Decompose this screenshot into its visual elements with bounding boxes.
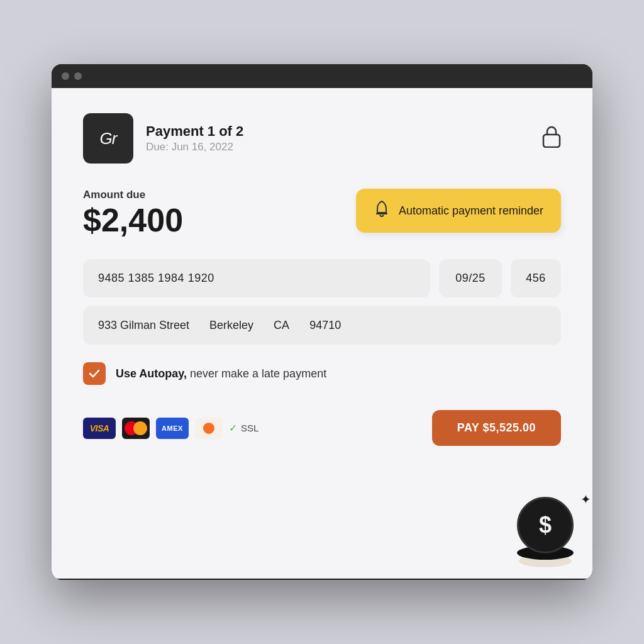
autopay-row: Use Autopay, never make a late payment [83, 362, 561, 385]
coin-main: $ [517, 497, 574, 553]
logo-box: Gr [83, 113, 133, 164]
svg-rect-1 [376, 213, 387, 214]
state-field: CA [274, 319, 289, 332]
logo-text: Gr [100, 129, 117, 148]
due-date: Due: Jun 16, 2022 [146, 141, 243, 153]
amount-value: $2,400 [83, 204, 183, 236]
payment-info: Payment 1 of 2 Due: Jun 16, 2022 [146, 123, 243, 153]
bell-icon [374, 200, 390, 221]
autopay-bold: Use Autopay, [116, 367, 187, 380]
reminder-label: Automatic payment reminder [399, 204, 543, 218]
payment-methods: VISA AMEX ✓ SSL [83, 418, 258, 439]
amex-badge: AMEX [156, 418, 189, 439]
coin-decoration: ✦ $ [517, 497, 586, 572]
window-dot-2 [74, 72, 82, 80]
browser-titlebar [52, 64, 592, 88]
lock-icon [542, 125, 561, 152]
zip-field: 94710 [309, 319, 341, 332]
browser-content: Gr Payment 1 of 2 Due: Jun 16, 2022 Amou… [52, 88, 592, 579]
logo-info: Gr Payment 1 of 2 Due: Jun 16, 2022 [83, 113, 243, 164]
visa-badge: VISA [83, 418, 116, 439]
svg-rect-0 [543, 135, 560, 147]
address-field[interactable]: 933 Gilman Street Berkeley CA 94710 [83, 306, 561, 345]
amount-section: Amount due $2,400 Automatic payment remi… [83, 189, 561, 236]
ssl-badge: ✓ SSL [229, 422, 258, 434]
pay-button[interactable]: PAY $5,525.00 [432, 410, 561, 446]
dollar-icon: $ [539, 512, 552, 538]
coin-stack: ✦ $ [517, 497, 586, 553]
reminder-button[interactable]: Automatic payment reminder [356, 189, 561, 233]
ssl-check-icon: ✓ [229, 422, 237, 434]
autopay-text: Use Autopay, never make a late payment [116, 367, 326, 380]
card-number-row: 9485 1385 1984 1920 09/25 456 [83, 259, 561, 297]
cvv-field[interactable]: 456 [511, 259, 561, 297]
amount-label: Amount due [83, 189, 183, 201]
autopay-rest: never make a late payment [187, 367, 326, 380]
amount-block: Amount due $2,400 [83, 189, 183, 236]
expiry-field[interactable]: 09/25 [439, 259, 502, 297]
footer-row: VISA AMEX ✓ SSL [83, 410, 561, 446]
payment-title: Payment 1 of 2 [146, 123, 243, 140]
sparkle-icon: ✦ [580, 492, 591, 507]
ssl-label: SSL [241, 423, 258, 433]
city-field: Berkeley [209, 319, 253, 332]
mc-circle-orange [133, 421, 147, 435]
autopay-checkbox[interactable] [83, 362, 106, 385]
discover-badge [195, 418, 223, 439]
street-field: 933 Gilman Street [98, 319, 189, 332]
window-dot-1 [62, 72, 69, 80]
browser-window: Gr Payment 1 of 2 Due: Jun 16, 2022 Amou… [52, 64, 592, 580]
discover-dot [203, 423, 214, 434]
card-number-field[interactable]: 9485 1385 1984 1920 [83, 259, 430, 297]
mastercard-badge [122, 418, 150, 439]
header-row: Gr Payment 1 of 2 Due: Jun 16, 2022 [83, 113, 561, 164]
